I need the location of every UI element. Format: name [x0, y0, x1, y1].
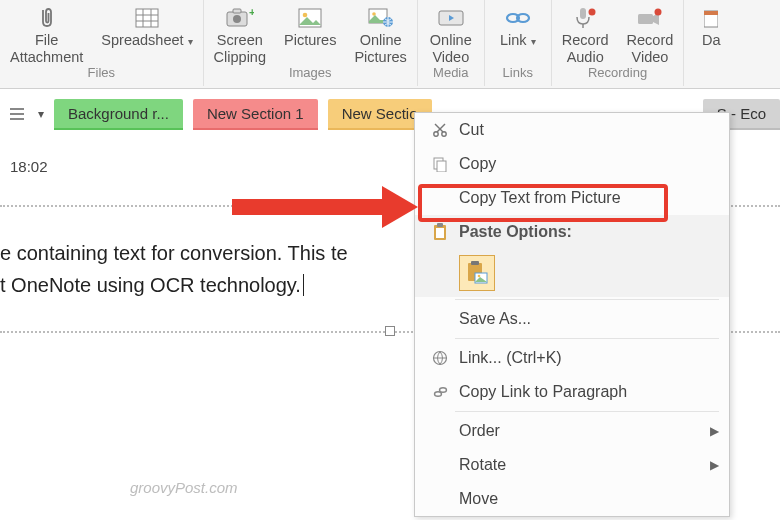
btn-l2: Video [632, 49, 669, 65]
ctx-label: Save As... [455, 310, 719, 328]
btn-l2: Pictures [354, 49, 406, 65]
ribbon-group-files: FileAttachment Spreadsheet ▾ Files [0, 0, 204, 86]
ctx-save-as[interactable]: Save As... [415, 302, 729, 336]
ctx-paste-options-row [415, 249, 729, 297]
separator [455, 299, 719, 300]
paperclip-icon [30, 6, 64, 30]
svg-point-30 [442, 132, 446, 136]
link-button[interactable]: Link ▾ [491, 2, 545, 65]
ctx-move[interactable]: Move [415, 482, 729, 516]
svg-rect-34 [437, 161, 446, 172]
clipboard-picture-icon [466, 261, 488, 285]
watermark: groovyPost.com [130, 479, 238, 496]
svg-rect-36 [437, 223, 443, 227]
ctx-label: Move [455, 490, 719, 508]
btn-l2: Video [432, 49, 469, 65]
svg-rect-39 [471, 261, 479, 265]
ctx-copy-text-from-picture[interactable]: Copy Text from Picture [415, 181, 729, 215]
camera-plus-icon: + [223, 6, 257, 30]
calendar-icon [694, 6, 728, 30]
ribbon-group-cutoff: Da [684, 0, 738, 86]
group-label: Media [433, 65, 468, 84]
ctx-order[interactable]: Order ▶ [415, 414, 729, 448]
online-pictures-icon [364, 6, 398, 30]
ribbon: FileAttachment Spreadsheet ▾ Files + S [0, 0, 780, 89]
paste-keep-source-button[interactable] [459, 255, 495, 291]
btn-l1: Online [360, 32, 402, 48]
svg-point-44 [440, 388, 447, 393]
camcorder-icon [633, 6, 667, 30]
file-attachment-button[interactable]: FileAttachment [6, 2, 87, 65]
chevron-down-icon: ▾ [188, 36, 193, 47]
svg-rect-7 [233, 9, 241, 13]
btn-l2: Attachment [10, 49, 83, 65]
online-pictures-button[interactable]: OnlinePictures [350, 2, 410, 65]
ctx-label: Copy Text from Picture [455, 189, 719, 207]
resize-handle-bottom[interactable] [385, 326, 395, 336]
chevron-down-icon[interactable]: ▾ [38, 107, 44, 121]
ctx-rotate[interactable]: Rotate ▶ [415, 448, 729, 482]
ctx-label: Order [455, 422, 703, 440]
btn-l1: Link [500, 32, 527, 48]
svg-rect-25 [704, 11, 718, 15]
ctx-label: Paste Options: [455, 223, 719, 241]
svg-point-23 [654, 9, 661, 16]
tab-label: Background r... [68, 105, 169, 122]
record-audio-button[interactable]: RecordAudio [558, 2, 613, 65]
btn-l1: Record [562, 32, 609, 48]
ctx-cut[interactable]: Cut [415, 113, 729, 147]
text-line-1: e containing text for conversion. This t… [0, 242, 348, 264]
date-button[interactable]: Da [690, 2, 732, 65]
btn-l1: Da [702, 32, 721, 48]
clipboard-icon [425, 223, 455, 241]
copy-icon [425, 156, 455, 172]
svg-rect-0 [136, 9, 158, 27]
paragraph-link-icon [425, 384, 455, 400]
ribbon-group-media: OnlineVideo Media [418, 0, 485, 86]
submenu-arrow-icon: ▶ [703, 458, 719, 472]
video-icon [434, 6, 468, 30]
chevron-down-icon: ▾ [531, 36, 536, 47]
btn-l1: Online [430, 32, 472, 48]
btn-l2: Clipping [214, 49, 266, 65]
ctx-copy[interactable]: Copy [415, 147, 729, 181]
ctx-label: Link... (Ctrl+K) [455, 349, 719, 367]
tab-new-section-1[interactable]: New Section 1 [193, 99, 318, 128]
ribbon-group-images: + ScreenClipping Pictures OnlinePictures [204, 0, 418, 86]
ctx-copy-link-paragraph[interactable]: Copy Link to Paragraph [415, 375, 729, 409]
group-label: Recording [588, 65, 647, 84]
online-video-button[interactable]: OnlineVideo [424, 2, 478, 65]
ctx-link[interactable]: Link... (Ctrl+K) [415, 341, 729, 375]
btn-l1: File [35, 32, 58, 48]
screen-clipping-button[interactable]: + ScreenClipping [210, 2, 270, 65]
spreadsheet-icon [130, 6, 164, 30]
svg-rect-37 [436, 228, 444, 238]
spreadsheet-button[interactable]: Spreadsheet ▾ [97, 2, 196, 65]
btn-l2: Audio [567, 49, 604, 65]
ribbon-group-links: Link ▾ Links [485, 0, 552, 86]
btn-l1: Spreadsheet [101, 32, 183, 48]
tab-background[interactable]: Background r... [54, 99, 183, 128]
ctx-label: Rotate [455, 456, 703, 474]
svg-point-41 [478, 275, 481, 278]
microphone-icon [568, 6, 602, 30]
svg-text:+: + [249, 8, 254, 18]
btn-l1: Record [627, 32, 674, 48]
record-video-button[interactable]: RecordVideo [623, 2, 678, 65]
text-line-2: t OneNote using OCR technology. [0, 274, 301, 296]
group-label: Images [289, 65, 332, 84]
notebook-list-icon[interactable] [6, 103, 28, 125]
link-icon [501, 6, 535, 30]
ctx-label: Cut [455, 121, 719, 139]
context-menu: Cut Copy Copy Text from Picture Paste Op… [414, 112, 730, 517]
btn-l1: Screen [217, 32, 263, 48]
svg-point-29 [434, 132, 438, 136]
resize-handle-top[interactable] [383, 201, 397, 211]
svg-point-10 [303, 13, 308, 18]
pictures-button[interactable]: Pictures [280, 2, 340, 65]
tab-label: New Section 1 [207, 105, 304, 122]
ctx-paste-options-header: Paste Options: [415, 215, 729, 249]
separator [455, 338, 719, 339]
svg-rect-21 [638, 14, 653, 24]
text-caret [303, 274, 310, 296]
